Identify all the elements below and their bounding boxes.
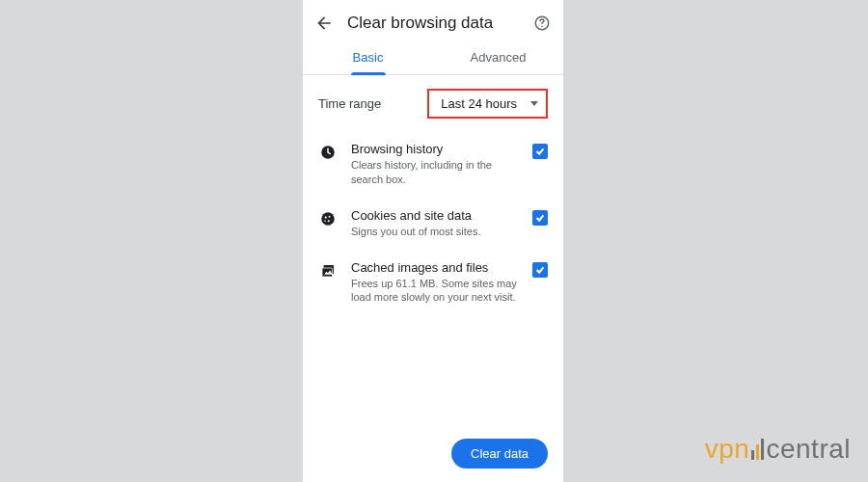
cookie-icon: [318, 210, 338, 228]
option-text: Browsing history Clears history, includi…: [351, 142, 519, 187]
svg-point-1: [541, 26, 543, 28]
watermark-part1: vpn: [705, 434, 750, 465]
option-text: Cookies and site data Signs you out of m…: [351, 208, 519, 239]
option-desc: Frees up 61.1 MB. Some sites may load mo…: [351, 277, 519, 306]
option-browsing-history: Browsing history Clears history, includi…: [303, 132, 563, 199]
option-cached-images: Cached images and files Frees up 61.1 MB…: [303, 251, 563, 317]
time-range-value: Last 24 hours: [441, 96, 517, 111]
option-title: Browsing history: [351, 142, 519, 156]
watermark-logo: vpn central: [705, 434, 851, 465]
option-cookies: Cookies and site data Signs you out of m…: [303, 199, 563, 251]
watermark-part2: central: [766, 434, 851, 465]
help-icon[interactable]: [532, 13, 552, 33]
time-range-select[interactable]: Last 24 hours: [427, 89, 548, 119]
svg-point-5: [329, 216, 331, 218]
header: Clear browsing data: [303, 0, 563, 42]
checkbox-browsing-history[interactable]: [532, 144, 548, 159]
checkbox-cached-images[interactable]: [532, 262, 548, 278]
tab-advanced[interactable]: Advanced: [433, 42, 563, 74]
tab-basic[interactable]: Basic: [303, 42, 433, 74]
option-desc: Signs you out of most sites.: [351, 225, 519, 239]
option-desc: Clears history, including in the search …: [351, 158, 519, 187]
image-stack-icon: [318, 262, 338, 280]
clear-data-button[interactable]: Clear data: [451, 439, 548, 469]
time-range-row: Time range Last 24 hours: [303, 75, 563, 132]
option-title: Cookies and site data: [351, 208, 519, 223]
footer: Clear data: [451, 439, 548, 469]
svg-point-3: [321, 212, 335, 226]
svg-point-6: [328, 220, 330, 222]
tabs: Basic Advanced: [303, 42, 563, 75]
checkbox-cookies[interactable]: [532, 210, 548, 226]
signal-bars-icon: [751, 439, 764, 460]
chevron-down-icon: [530, 101, 538, 106]
time-range-label: Time range: [318, 96, 427, 111]
clock-icon: [318, 144, 338, 161]
svg-point-4: [325, 216, 327, 218]
clear-browsing-data-panel: Clear browsing data Basic Advanced Time …: [303, 0, 563, 482]
svg-point-7: [324, 220, 326, 222]
option-title: Cached images and files: [351, 260, 519, 275]
page-title: Clear browsing data: [347, 13, 519, 33]
option-text: Cached images and files Frees up 61.1 MB…: [351, 260, 519, 306]
back-icon[interactable]: [314, 13, 334, 33]
